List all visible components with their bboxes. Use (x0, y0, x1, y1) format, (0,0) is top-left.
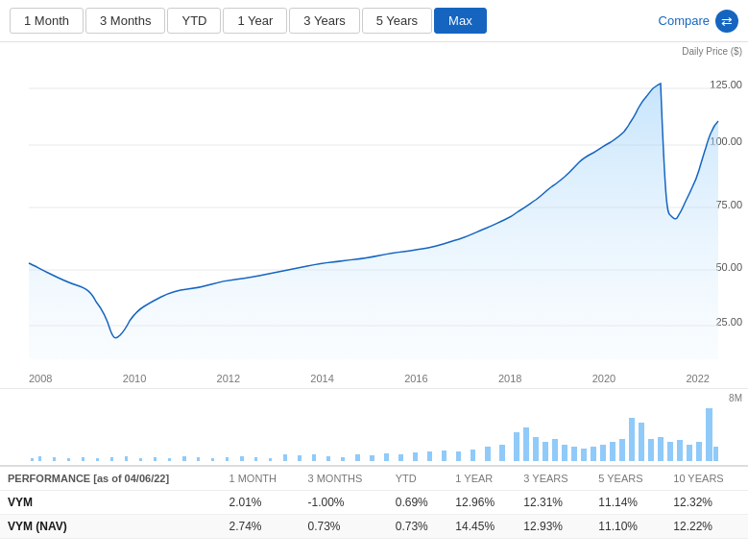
svg-rect-16 (182, 456, 186, 461)
tab-max[interactable]: Max (434, 8, 487, 34)
row2-3y: 12.93% (516, 515, 591, 539)
row2-ytd: 0.73% (388, 515, 448, 539)
perf-header-ticker: PERFORMANCE [as of 04/06/22] (0, 466, 222, 491)
tab-1year[interactable]: 1 Year (223, 8, 287, 34)
row1-3m: -1.00% (301, 491, 388, 515)
svg-rect-29 (370, 455, 374, 461)
svg-rect-38 (499, 445, 505, 461)
table-row: VYM 2.01% -1.00% 0.69% 12.96% 12.31% 11.… (0, 491, 748, 515)
svg-rect-19 (226, 457, 229, 461)
svg-rect-34 (442, 450, 446, 461)
svg-rect-51 (629, 418, 635, 461)
svg-rect-9 (82, 457, 84, 461)
svg-rect-39 (514, 432, 519, 461)
svg-rect-20 (240, 456, 244, 461)
svg-rect-25 (312, 454, 316, 461)
svg-rect-17 (197, 457, 200, 461)
svg-rect-53 (648, 439, 654, 461)
compare-button[interactable]: Compare ⇄ (659, 10, 738, 33)
svg-rect-42 (543, 442, 548, 461)
svg-rect-48 (600, 445, 606, 461)
svg-rect-56 (677, 440, 683, 461)
row2-5y: 11.10% (591, 515, 665, 539)
svg-rect-57 (687, 445, 692, 461)
svg-rect-50 (619, 439, 625, 461)
svg-rect-24 (298, 455, 302, 461)
svg-rect-14 (154, 457, 157, 461)
svg-rect-26 (326, 456, 330, 461)
x-label-2016: 2016 (404, 373, 427, 384)
svg-rect-45 (571, 447, 577, 461)
x-label-2014: 2014 (310, 373, 333, 384)
compare-label: Compare (659, 13, 710, 28)
x-label-2020: 2020 (592, 373, 615, 384)
svg-rect-40 (523, 427, 529, 461)
row2-ticker: VYM (NAV) (0, 515, 222, 539)
row1-ticker: VYM (0, 491, 222, 515)
svg-rect-47 (591, 447, 596, 461)
perf-header-3m: 3 MONTHS (301, 466, 388, 491)
tab-3years[interactable]: 3 Years (289, 8, 359, 34)
row2-10y: 12.22% (665, 515, 748, 539)
perf-header-5y: 5 YEARS (591, 466, 665, 491)
tab-group: 1 Month 3 Months YTD 1 Year 3 Years 5 Ye… (10, 8, 487, 34)
svg-rect-18 (211, 458, 214, 461)
perf-header-1m: 1 MONTH (222, 466, 301, 491)
svg-rect-12 (125, 456, 128, 461)
svg-rect-54 (658, 437, 664, 461)
svg-rect-44 (562, 445, 567, 461)
volume-chart-svg (0, 389, 748, 464)
svg-rect-5 (31, 458, 34, 461)
tab-3months[interactable]: 3 Months (85, 8, 165, 34)
svg-rect-15 (168, 458, 171, 461)
svg-rect-41 (533, 437, 539, 461)
svg-rect-60 (713, 447, 718, 461)
volume-label: 8M (729, 393, 742, 403)
svg-rect-22 (269, 458, 272, 461)
svg-rect-21 (254, 457, 257, 461)
svg-rect-49 (610, 442, 615, 461)
tab-1month[interactable]: 1 Month (10, 8, 84, 34)
svg-rect-33 (427, 451, 432, 461)
svg-rect-11 (110, 457, 113, 461)
svg-rect-13 (139, 458, 142, 461)
svg-rect-27 (341, 457, 345, 461)
price-chart-container: Daily Price ($) 125.00 100.00 75.00 50.0… (0, 42, 748, 369)
x-label-2010: 2010 (123, 373, 146, 384)
price-chart-svg (0, 42, 748, 369)
performance-section: PERFORMANCE [as of 04/06/22] 1 MONTH 3 M… (0, 465, 748, 539)
perf-header-ytd: YTD (388, 466, 448, 491)
row1-1m: 2.01% (222, 491, 301, 515)
x-label-2008: 2008 (29, 373, 52, 384)
x-label-2012: 2012 (217, 373, 240, 384)
table-row: VYM (NAV) 2.74% 0.73% 0.73% 14.45% 12.93… (0, 515, 748, 539)
svg-rect-7 (53, 457, 56, 461)
row1-3y: 12.31% (516, 491, 591, 515)
svg-rect-46 (581, 449, 587, 461)
x-axis: 2008 2010 2012 2014 2016 2018 2020 2022 (0, 369, 748, 388)
x-label-2022: 2022 (686, 373, 709, 384)
tab-ytd[interactable]: YTD (167, 8, 221, 34)
row1-5y: 11.14% (591, 491, 665, 515)
x-label-2018: 2018 (498, 373, 521, 384)
svg-rect-36 (471, 450, 475, 461)
svg-rect-55 (667, 442, 673, 461)
row2-1y: 14.45% (447, 515, 516, 539)
svg-rect-32 (413, 452, 418, 461)
perf-header-1y: 1 YEAR (447, 466, 516, 491)
svg-rect-37 (485, 447, 491, 461)
svg-rect-43 (552, 439, 558, 461)
svg-rect-6 (38, 456, 41, 461)
svg-rect-8 (67, 458, 70, 461)
svg-rect-30 (384, 453, 389, 461)
tabs-bar: 1 Month 3 Months YTD 1 Year 3 Years 5 Ye… (0, 0, 748, 42)
svg-rect-10 (96, 458, 99, 461)
row2-1m: 2.74% (222, 515, 301, 539)
row1-ytd: 0.69% (388, 491, 448, 515)
svg-rect-59 (706, 408, 712, 461)
tab-5years[interactable]: 5 Years (362, 8, 432, 34)
svg-rect-35 (456, 451, 461, 461)
performance-table: PERFORMANCE [as of 04/06/22] 1 MONTH 3 M… (0, 465, 748, 539)
svg-rect-31 (398, 454, 403, 461)
row2-3m: 0.73% (301, 515, 388, 539)
